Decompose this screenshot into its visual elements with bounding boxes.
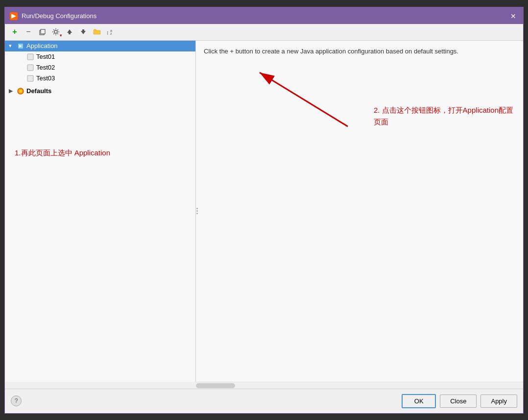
expand-icon: ▾ bbox=[9, 43, 17, 49]
svg-rect-2 bbox=[41, 29, 45, 34]
tree-item-defaults[interactable]: ▶ Defaults bbox=[5, 86, 195, 97]
settings-configuration-button[interactable]: ▾ bbox=[50, 26, 62, 38]
copy-configuration-button[interactable] bbox=[36, 26, 48, 38]
svg-rect-14 bbox=[27, 54, 33, 60]
move-up-button[interactable] bbox=[64, 26, 75, 38]
test02-icon bbox=[26, 64, 34, 72]
annotation-2: 2. 点击这个按钮图标，打开Application配置 页面 bbox=[374, 104, 513, 128]
bottom-left: ? bbox=[11, 395, 22, 406]
svg-point-18 bbox=[19, 90, 22, 93]
apply-button[interactable]: Apply bbox=[480, 395, 517, 408]
svg-rect-5 bbox=[69, 33, 71, 34]
defaults-icon bbox=[17, 87, 24, 95]
move-down-button[interactable] bbox=[77, 26, 89, 38]
folder-icon bbox=[93, 28, 101, 36]
add-configuration-button[interactable]: + bbox=[9, 26, 21, 38]
svg-point-3 bbox=[54, 30, 57, 33]
test03-label: Test03 bbox=[36, 74, 55, 82]
ok-button[interactable]: OK bbox=[402, 394, 436, 408]
annotation-1: 1.再此页面上选中 Application bbox=[15, 148, 110, 158]
bottom-bar: ? OK Close Apply bbox=[5, 389, 523, 413]
defaults-expand-icon: ▶ bbox=[9, 88, 17, 94]
application-label: Application bbox=[26, 42, 58, 49]
close-window-button[interactable]: ✕ bbox=[508, 11, 518, 21]
svg-rect-7 bbox=[82, 29, 84, 31]
open-folder-button[interactable] bbox=[91, 26, 103, 38]
svg-text:z: z bbox=[110, 32, 112, 35]
svg-text:↕: ↕ bbox=[106, 29, 109, 35]
tree-item-test02[interactable]: Test02 bbox=[15, 62, 195, 73]
help-button[interactable]: ? bbox=[11, 395, 22, 406]
annotation-arrows bbox=[196, 41, 523, 382]
tree-item-test01[interactable]: Test01 bbox=[15, 51, 195, 62]
application-icon bbox=[17, 42, 24, 50]
svg-marker-4 bbox=[67, 29, 72, 33]
run-debug-configurations-window: Run/Debug Configurations ✕ + − ▾ bbox=[4, 7, 524, 414]
tree-item-test03[interactable]: Test03 bbox=[15, 73, 195, 84]
window-icon bbox=[10, 12, 18, 20]
gear-icon bbox=[52, 28, 60, 36]
svg-rect-16 bbox=[27, 75, 33, 81]
bottom-right: OK Close Apply bbox=[402, 394, 517, 408]
test01-icon bbox=[26, 53, 34, 61]
tree-item-application[interactable]: ▾ Application bbox=[5, 41, 195, 51]
sort-button[interactable]: ↕ a z bbox=[105, 26, 117, 38]
horizontal-scrollbar[interactable] bbox=[196, 382, 523, 389]
info-text: Click the + button to create a new Java … bbox=[204, 47, 515, 56]
title-bar-left: Run/Debug Configurations bbox=[10, 12, 96, 20]
test02-label: Test02 bbox=[36, 64, 55, 71]
remove-configuration-button[interactable]: − bbox=[23, 26, 34, 38]
toolbar: + − ▾ bbox=[5, 24, 523, 41]
title-bar: Run/Debug Configurations ✕ bbox=[5, 8, 523, 24]
svg-rect-15 bbox=[27, 65, 33, 71]
copy-icon bbox=[38, 28, 46, 36]
test03-icon bbox=[26, 74, 34, 82]
test01-label: Test01 bbox=[36, 53, 55, 60]
content-area: ▾ Application bbox=[5, 41, 523, 382]
defaults-label: Defaults bbox=[26, 87, 51, 95]
resize-handle[interactable] bbox=[195, 201, 199, 221]
svg-marker-6 bbox=[81, 31, 86, 34]
right-panel: Click the + button to create a new Java … bbox=[196, 41, 523, 382]
left-panel: ▾ Application bbox=[5, 41, 196, 382]
move-up-icon bbox=[66, 28, 73, 36]
close-button[interactable]: Close bbox=[440, 395, 477, 408]
svg-marker-0 bbox=[11, 14, 16, 19]
svg-line-22 bbox=[260, 73, 348, 126]
move-down-icon bbox=[79, 28, 87, 36]
tree-children: Test01 Test02 bbox=[5, 51, 195, 84]
window-title: Run/Debug Configurations bbox=[22, 12, 96, 20]
sort-icon: ↕ a z bbox=[106, 28, 115, 36]
